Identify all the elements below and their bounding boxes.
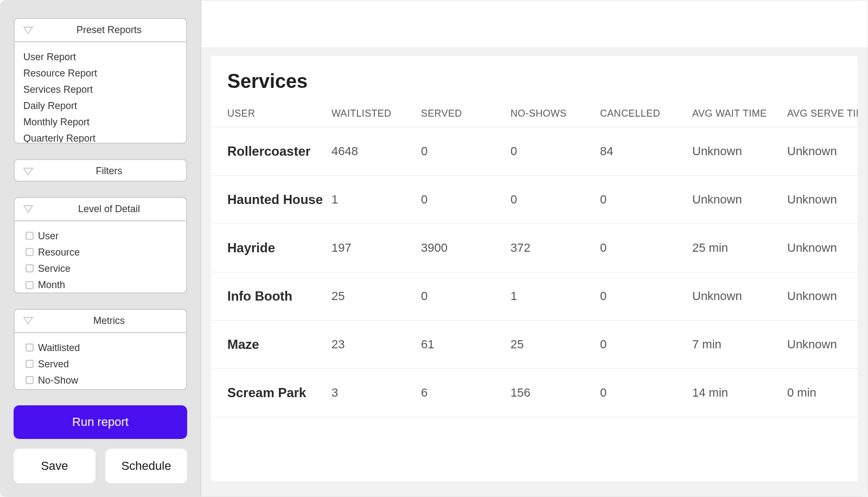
col-served[interactable]: SERVED	[414, 103, 504, 128]
table-scroll[interactable]: USER WAITLISTED SERVED NO-SHOWS CANCELLE…	[211, 103, 858, 481]
svg-marker-3	[24, 317, 33, 324]
content-wrap: Services USER WAITLISTED SERVED NO-SHOWS	[201, 48, 867, 496]
svg-marker-0	[24, 27, 33, 34]
checkbox-waitlisted[interactable]: Waitlisted	[25, 341, 177, 355]
panel-filters: Filters	[14, 159, 187, 181]
checkbox-label: Service	[38, 262, 71, 276]
preset-reports-body: User Report Resource Report Services Rep…	[15, 42, 186, 144]
checkbox-label: Waitlisted	[38, 341, 80, 355]
panel-header-level-of-detail[interactable]: Level of Detail	[15, 198, 186, 221]
checkbox-label: Resource	[38, 245, 80, 259]
checkbox-box-icon	[25, 343, 34, 352]
cell-cancelled: 0	[593, 369, 686, 417]
secondary-actions-row: Save Schedule	[14, 449, 187, 483]
panel-title: Metrics	[40, 315, 178, 327]
panel-header-preset-reports[interactable]: Preset Reports	[15, 19, 186, 42]
save-button[interactable]: Save	[14, 449, 95, 483]
cell-served: 0	[414, 128, 504, 176]
col-waitlisted[interactable]: WAITLISTED	[325, 103, 414, 128]
sidebar: Preset Reports User Report Resource Repo…	[1, 1, 201, 496]
cell-avg-wait: 25 min	[686, 224, 781, 272]
cell-served: 0	[414, 272, 504, 321]
checkbox-resource[interactable]: Resource	[25, 245, 177, 259]
table-row[interactable]: Hayride 197 3900 372 0 25 min Unknown	[211, 224, 858, 272]
cell-name: Haunted House	[211, 176, 325, 224]
cell-avg-serve: Unknown	[781, 128, 858, 176]
app-root: Preset Reports User Report Resource Repo…	[0, 0, 868, 497]
cell-waitlisted: 23	[325, 321, 414, 369]
chevron-down-icon	[22, 26, 34, 35]
table-row[interactable]: Maze 23 61 25 0 7 min Unknown	[211, 321, 858, 369]
chevron-down-icon	[22, 167, 34, 176]
checkbox-label: User	[38, 229, 59, 243]
cell-name: Info Booth	[211, 272, 325, 321]
cell-no-shows: 156	[504, 369, 593, 417]
panel-level-of-detail: Level of Detail User Resource Service Mo…	[14, 197, 187, 294]
cell-served: 3900	[414, 224, 504, 272]
preset-item-monthly-report[interactable]: Monthly Report	[23, 115, 177, 129]
panel-header-filters[interactable]: Filters	[15, 160, 186, 181]
cell-no-shows: 372	[504, 224, 593, 272]
cell-served: 61	[414, 321, 504, 369]
preset-item-quarterly-report[interactable]: Quarterly Report	[23, 131, 177, 144]
cell-cancelled: 0	[593, 176, 686, 224]
checkbox-service[interactable]: Service	[25, 262, 177, 276]
cell-avg-serve: 0 min	[781, 369, 858, 417]
sidebar-actions: Run report Save Schedule	[14, 405, 187, 483]
level-of-detail-body: User Resource Service Month	[15, 221, 186, 294]
topbar	[201, 1, 867, 48]
checkbox-user[interactable]: User	[25, 229, 177, 243]
panel-preset-reports: Preset Reports User Report Resource Repo…	[14, 18, 187, 144]
checkbox-label: Served	[38, 357, 69, 371]
cell-name: Maze	[211, 321, 325, 369]
col-no-shows[interactable]: NO-SHOWS	[504, 103, 593, 128]
cell-name: Scream Park	[211, 369, 325, 417]
checkbox-month[interactable]: Month	[25, 278, 177, 292]
cell-cancelled: 0	[593, 224, 686, 272]
cell-avg-serve: Unknown	[781, 321, 858, 369]
metrics-list: Waitlisted Served No-Show	[23, 341, 177, 387]
panel-header-metrics[interactable]: Metrics	[15, 310, 186, 333]
table-header-row: USER WAITLISTED SERVED NO-SHOWS CANCELLE…	[211, 103, 858, 128]
services-table: USER WAITLISTED SERVED NO-SHOWS CANCELLE…	[211, 103, 858, 417]
cell-no-shows: 25	[504, 321, 593, 369]
run-report-button[interactable]: Run report	[14, 405, 187, 439]
cell-avg-wait: Unknown	[686, 272, 781, 321]
preset-item-resource-report[interactable]: Resource Report	[23, 66, 177, 80]
checkbox-served[interactable]: Served	[25, 357, 177, 371]
table-row[interactable]: Haunted House 1 0 0 0 Unknown Unknown	[211, 176, 858, 224]
col-user[interactable]: USER	[211, 103, 325, 128]
preset-item-user-report[interactable]: User Report	[23, 50, 177, 64]
table-row[interactable]: Rollercoaster 4648 0 0 84 Unknown Unknow…	[211, 128, 858, 176]
cell-avg-wait: Unknown	[686, 176, 781, 224]
table-row[interactable]: Scream Park 3 6 156 0 14 min 0 min	[211, 369, 858, 417]
cell-avg-wait: Unknown	[686, 128, 781, 176]
panel-metrics: Metrics Waitlisted Served No-Show	[14, 309, 187, 390]
checkbox-no-show[interactable]: No-Show	[25, 373, 177, 387]
cell-avg-serve: Unknown	[781, 272, 858, 321]
col-avg-wait-time[interactable]: AVG WAIT TIME	[686, 103, 781, 128]
checkbox-box-icon	[25, 248, 34, 256]
schedule-button[interactable]: Schedule	[105, 449, 187, 483]
cell-avg-serve: Unknown	[781, 224, 858, 272]
cell-cancelled: 0	[593, 272, 686, 321]
report-title: Services	[211, 56, 858, 103]
col-cancelled[interactable]: CANCELLED	[593, 103, 686, 128]
preset-item-services-report[interactable]: Services Report	[23, 82, 177, 97]
chevron-down-icon	[22, 204, 34, 214]
cell-no-shows: 0	[504, 176, 593, 224]
checkbox-box-icon	[25, 264, 34, 272]
table-row[interactable]: Info Booth 25 0 1 0 Unknown Unknown	[211, 272, 858, 321]
cell-avg-serve: Unknown	[781, 176, 858, 224]
metrics-body: Waitlisted Served No-Show	[15, 333, 186, 390]
svg-marker-2	[24, 206, 33, 212]
table-head: USER WAITLISTED SERVED NO-SHOWS CANCELLE…	[211, 103, 858, 128]
cell-waitlisted: 1	[325, 176, 414, 224]
table-body: Rollercoaster 4648 0 0 84 Unknown Unknow…	[211, 128, 858, 417]
checkbox-label: Month	[38, 278, 65, 292]
col-avg-serve-time[interactable]: AVG SERVE TIME	[781, 103, 858, 128]
cell-cancelled: 84	[593, 128, 686, 176]
preset-item-daily-report[interactable]: Daily Report	[23, 99, 177, 113]
checkbox-box-icon	[25, 360, 34, 368]
report-card: Services USER WAITLISTED SERVED NO-SHOWS	[211, 56, 858, 481]
